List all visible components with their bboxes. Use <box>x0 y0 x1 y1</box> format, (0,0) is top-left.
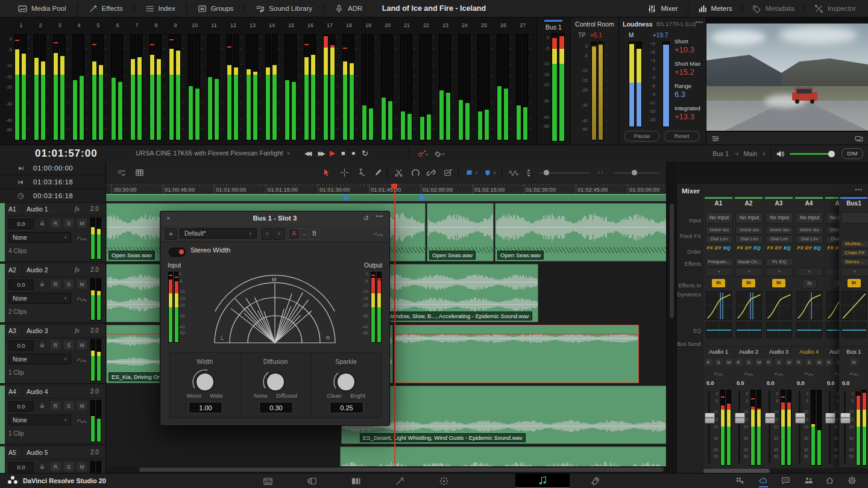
marker-chevron-icon[interactable]: ∨ <box>493 170 496 175</box>
track-gain-value[interactable]: 0.0 <box>8 462 34 472</box>
corner-remote-monitor-button[interactable] <box>734 475 746 488</box>
knob-value[interactable]: 0.30 <box>259 402 293 413</box>
audio-clip[interactable] <box>394 325 639 383</box>
selection-tool-icon[interactable] <box>322 168 331 177</box>
strip-fader-value[interactable]: 0.0 <box>797 380 805 386</box>
toolbar-button-media-pool[interactable]: Media Pool <box>7 0 77 17</box>
track-record-button[interactable]: R <box>51 340 60 349</box>
eq-curve-icon[interactable] <box>77 295 87 304</box>
track-solo-button[interactable]: S <box>64 340 74 349</box>
keyframe-editor-icon[interactable] <box>444 168 453 177</box>
prev-preset-button[interactable]: ‹ <box>262 228 272 240</box>
record-button[interactable]: ● <box>351 149 356 157</box>
strip-effect-0[interactable]: Vocal Ch... <box>735 258 763 266</box>
track-mute-button[interactable]: M <box>77 219 87 228</box>
loudness-menu-icon[interactable]: ••• <box>696 19 703 25</box>
toolbar-button-meters[interactable]: Meters <box>688 0 742 17</box>
strip-eq-graph[interactable] <box>706 322 732 338</box>
flag-chevron-icon[interactable]: ∨ <box>475 170 478 175</box>
plugin-automation-icon[interactable] <box>374 230 383 239</box>
page-tab-cut[interactable] <box>305 474 319 488</box>
vertical-zoom-icon[interactable] <box>524 169 533 177</box>
strip-effects-in-toggle[interactable]: In <box>712 279 725 287</box>
strip-solo-button[interactable]: S <box>805 358 813 366</box>
automation-settings-icon[interactable] <box>434 148 445 159</box>
strip-order[interactable]: FXDYEQ <box>794 245 824 251</box>
toolbar-button-inspector[interactable]: Inspector <box>805 0 866 17</box>
preset-dropdown[interactable]: Default*∨ <box>180 228 257 239</box>
track-record-button[interactable]: R <box>51 462 60 471</box>
track-height-handle[interactable] <box>544 170 549 175</box>
track-input-dropdown[interactable]: None∨ <box>8 414 71 425</box>
audio-clip[interactable]: Open Seas.wav <box>427 203 494 261</box>
track-solo-button[interactable]: S <box>64 401 74 410</box>
track-solo-button[interactable]: S <box>64 219 74 228</box>
corner-home-button[interactable] <box>824 475 836 488</box>
strip-add-effect-button[interactable]: + <box>841 267 868 277</box>
eq-curve-icon[interactable] <box>77 416 87 426</box>
dual-screen-icon[interactable] <box>855 134 863 143</box>
strip-record-button[interactable]: R <box>825 358 833 366</box>
strip-solo-button[interactable]: S <box>715 358 723 366</box>
strip-track-name[interactable]: Audio 1 <box>703 348 734 355</box>
page-tab-deliver[interactable] <box>588 474 603 488</box>
strip-mute-button[interactable]: M <box>816 358 823 366</box>
knob-width[interactable] <box>190 367 219 396</box>
razor-tool-icon[interactable] <box>394 168 403 177</box>
strip-trackfx-0[interactable]: Voice Iso <box>735 226 763 234</box>
page-tab-fairlight[interactable] <box>515 474 570 488</box>
track-solo-button[interactable]: S <box>64 462 74 471</box>
play-button[interactable]: ▶ <box>330 149 335 157</box>
strip-solo-button[interactable]: S <box>745 358 753 366</box>
strip-fader-value[interactable]: 0.0 <box>706 380 714 386</box>
track-solo-button[interactable]: S <box>64 280 74 289</box>
page-tab-media[interactable] <box>261 474 275 488</box>
page-tab-fusion[interactable] <box>393 474 407 488</box>
strip-input-select[interactable]: No Input <box>796 212 823 224</box>
range-selection-icon[interactable] <box>357 168 366 177</box>
strip-order[interactable]: FXDYEQ <box>734 245 764 251</box>
plugin-titlebar[interactable]: ×Bus 1 - Slot 3↺••• <box>160 211 389 227</box>
marker-icon[interactable] <box>483 169 492 177</box>
automation-arm-icon[interactable] <box>417 148 428 159</box>
strip-eq-graph[interactable] <box>796 322 822 338</box>
track-gain-value[interactable]: 0.0 <box>8 340 34 351</box>
strip-effects-in-toggle[interactable]: In <box>848 279 861 287</box>
toolbar-button-effects[interactable]: Effects <box>78 0 134 17</box>
strip-eq-graph[interactable] <box>736 322 762 338</box>
track-gain-value[interactable]: 0.0 <box>8 280 34 290</box>
eq-curve-icon[interactable] <box>77 234 87 243</box>
strip-record-button[interactable]: R <box>705 358 712 366</box>
track-gain-value[interactable]: 0.0 <box>8 401 34 411</box>
timeline-view-options-icon[interactable] <box>117 168 126 177</box>
track-record-button[interactable]: R <box>51 219 60 228</box>
knob-diffusion[interactable] <box>261 367 290 396</box>
knob-value[interactable]: 1.00 <box>189 402 222 413</box>
strip-effect-2[interactable]: Stereo ... <box>841 258 868 266</box>
strip-effect-1[interactable]: Chain FX <box>841 249 868 257</box>
strip-mute-button[interactable]: M <box>725 358 733 366</box>
toolbar-button-sound-library[interactable]: Sound Library <box>245 0 323 17</box>
track-mute-button[interactable]: M <box>77 340 87 349</box>
page-tab-color[interactable] <box>437 474 451 488</box>
timeline-marker[interactable] <box>344 195 348 200</box>
link-clips-icon[interactable] <box>427 168 436 177</box>
lock-icon[interactable] <box>39 402 46 409</box>
strip-dynamics-graph[interactable] <box>736 291 762 320</box>
strip-fader-value[interactable]: 0.0 <box>842 380 850 386</box>
timeline-marker[interactable] <box>420 195 424 200</box>
strip-dynamics-graph[interactable] <box>706 291 732 320</box>
strip-trackfx-0[interactable]: Voice Iso <box>766 226 793 234</box>
knob-value[interactable]: 0.25 <box>330 402 363 413</box>
timeline-h-scrollbar[interactable] <box>139 468 664 472</box>
toolbar-button-index[interactable]: Index <box>134 0 186 17</box>
strip-trackfx-1[interactable]: Dial Lev <box>735 235 763 243</box>
timeline-ruler[interactable]: :00:30:0001:00:45:0001:01:00:0001:01:15:… <box>106 184 666 195</box>
knob-sparkle[interactable] <box>332 367 360 396</box>
strip-record-button[interactable]: R <box>735 358 743 366</box>
strip-eq-graph[interactable] <box>766 322 792 338</box>
fast-forward-button[interactable]: ▶▶ <box>316 150 323 157</box>
crosshair-tool-icon[interactable] <box>340 168 349 177</box>
corner-chat-button[interactable] <box>780 475 792 488</box>
hzoom-icon[interactable]: ‹ › <box>598 169 603 175</box>
